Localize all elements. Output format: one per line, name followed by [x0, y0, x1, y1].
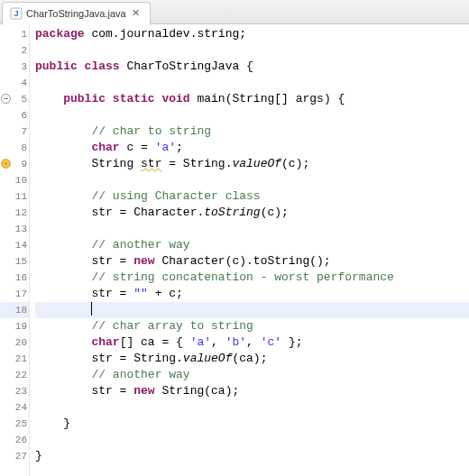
code-line[interactable]: // using Character class: [35, 188, 469, 205]
code-editor[interactable]: 1234567891011121314151617181920212223242…: [0, 24, 469, 476]
line-number: 2: [0, 42, 29, 59]
line-number: 23: [0, 383, 29, 399]
svg-text:J: J: [14, 9, 18, 18]
fold-icon[interactable]: [1, 94, 11, 104]
line-number: 8: [0, 140, 29, 156]
code-line[interactable]: // string concatenation - worst performa…: [35, 270, 469, 286]
code-line[interactable]: str = new Character(c).toString();: [35, 253, 469, 270]
svg-point-5: [5, 163, 7, 165]
code-line[interactable]: [35, 75, 469, 91]
line-number: 7: [0, 124, 29, 140]
line-number: 3: [0, 59, 29, 75]
code-area[interactable]: package com.journaldev.string;public cla…: [30, 24, 469, 476]
text-caret: [91, 302, 92, 316]
line-number: 18: [0, 302, 29, 318]
code-line[interactable]: str = String.valueOf(ca);: [35, 351, 469, 367]
line-number: 14: [0, 237, 29, 253]
line-number: 26: [0, 432, 29, 448]
line-number: 15: [0, 253, 29, 270]
code-line[interactable]: str = Character.toString(c);: [35, 205, 469, 221]
line-number-gutter: 1234567891011121314151617181920212223242…: [0, 24, 30, 476]
code-line[interactable]: [35, 432, 469, 448]
line-number: 5: [0, 91, 29, 107]
line-number: 9: [0, 156, 29, 172]
line-number: 1: [0, 26, 29, 42]
code-line[interactable]: package com.journaldev.string;: [35, 26, 469, 42]
code-line[interactable]: str = "" + c;: [35, 286, 469, 302]
line-number: 16: [0, 270, 29, 286]
line-number: 19: [0, 318, 29, 334]
code-line[interactable]: // char to string: [35, 124, 469, 140]
code-line[interactable]: [35, 399, 469, 416]
close-icon[interactable]: ✕: [130, 7, 143, 20]
line-number: 20: [0, 334, 29, 351]
tab-bar: J CharToStringJava.java ✕: [0, 0, 469, 24]
line-number: 22: [0, 367, 29, 383]
line-number: 10: [0, 172, 29, 188]
code-line[interactable]: String str = String.valueOf(c);: [35, 156, 469, 172]
code-line[interactable]: [35, 172, 469, 188]
code-line[interactable]: public class CharToStringJava {: [35, 59, 469, 75]
code-line[interactable]: }: [35, 416, 469, 432]
line-number: 21: [0, 351, 29, 367]
code-line[interactable]: // another way: [35, 237, 469, 253]
editor-tab[interactable]: J CharToStringJava.java ✕: [2, 2, 151, 25]
code-line[interactable]: [35, 107, 469, 124]
line-number: 24: [0, 399, 29, 416]
java-file-icon: J: [10, 7, 23, 20]
code-line[interactable]: // another way: [35, 367, 469, 383]
line-number: 4: [0, 75, 29, 91]
code-line[interactable]: char c = 'a';: [35, 140, 469, 156]
line-number: 25: [0, 416, 29, 432]
line-number: 17: [0, 286, 29, 302]
line-number: 12: [0, 205, 29, 221]
code-line[interactable]: [35, 302, 469, 318]
line-number: 6: [0, 107, 29, 124]
code-line[interactable]: [35, 221, 469, 237]
code-line[interactable]: [35, 42, 469, 59]
code-line[interactable]: }: [35, 448, 469, 464]
tab-filename: CharToStringJava.java: [26, 8, 126, 19]
warning-icon: [1, 159, 11, 169]
line-number: 11: [0, 188, 29, 205]
code-line[interactable]: char[] ca = { 'a', 'b', 'c' };: [35, 334, 469, 351]
line-number: 27: [0, 448, 29, 464]
code-line[interactable]: public static void main(String[] args) {: [35, 91, 469, 107]
code-line[interactable]: str = new String(ca);: [35, 383, 469, 399]
line-number: 13: [0, 221, 29, 237]
code-line[interactable]: // char array to string: [35, 318, 469, 334]
